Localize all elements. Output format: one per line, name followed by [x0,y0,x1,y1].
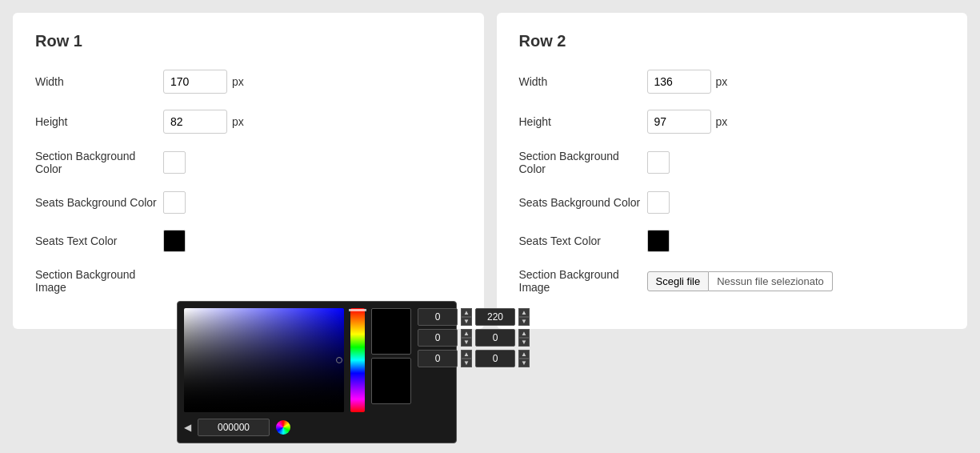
row2-file-text: Nessun file selezionato [709,271,833,291]
left-arrow-icon[interactable]: ◀ [184,422,191,433]
row2-width-label: Width [519,75,647,88]
g2-up-btn[interactable]: ▲ [518,329,530,338]
row1-seats-bg-swatch[interactable] [163,191,186,214]
row2-title: Row 2 [519,32,946,50]
row2-height-row: Height px [519,110,946,134]
row1-height-px: px [232,115,244,128]
r-spinner: ▲ ▼ [461,308,472,326]
g2-down-btn[interactable]: ▼ [518,338,530,347]
color-picker-popup: ▲ ▼ ▲ ▼ ▲ ▼ [177,301,457,443]
row1-seats-text-row: Seats Text Color [35,230,462,252]
r-down-btn[interactable]: ▼ [461,317,472,326]
row2-height-px: px [716,115,728,128]
color-wheel-icon[interactable] [276,420,290,435]
row1-height-input[interactable] [163,110,227,134]
hue-bar[interactable] [350,308,365,412]
row2-seats-text-label: Seats Text Color [519,235,647,247]
row2-seats-text-row: Seats Text Color [519,230,946,252]
g-down-btn[interactable]: ▼ [461,338,472,347]
row1-section-image-label: Section Background Image [35,268,163,294]
saturation-cursor [336,357,342,363]
row2-seats-bg-swatch[interactable] [647,191,670,214]
row1-seats-bg-label: Seats Background Color [35,196,163,209]
row2-width-input-group: px [647,70,728,94]
b-up-btn[interactable]: ▲ [461,350,472,359]
row1-section-bg-row: Section Background Color [35,150,462,175]
row1-title: Row 1 [35,32,462,50]
row2-width-px: px [716,75,728,88]
b-spinner: ▲ ▼ [461,350,472,367]
b-input[interactable] [418,350,458,367]
picker-bottom: ◀ [184,419,450,436]
row2-seats-text-swatch[interactable] [647,230,670,252]
b2-down-btn[interactable]: ▼ [518,359,530,367]
hex-input[interactable] [198,419,270,436]
r-up-btn[interactable]: ▲ [461,308,472,317]
saturation-box[interactable] [184,308,344,412]
row2-section-image-row: Section Background Image Scegli file Nes… [519,268,946,294]
row1-section-bg-label: Section Background Color [35,150,163,175]
r2-spinner: ▲ ▼ [518,308,530,326]
g-input[interactable] [418,329,458,347]
hue-cursor [349,309,366,311]
row1-seats-text-swatch[interactable] [163,230,186,252]
row1-width-label: Width [35,75,163,88]
row1-width-input[interactable] [163,70,227,94]
g-spinner: ▲ ▼ [461,329,472,347]
row1-section-bg-swatch[interactable] [163,151,186,174]
row1-width-row: Width px [35,70,462,94]
row2-height-label: Height [519,115,647,128]
b2-up-btn[interactable]: ▲ [518,350,530,359]
g-up-btn[interactable]: ▲ [461,329,472,338]
b2-spinner: ▲ ▼ [518,350,530,367]
row2-section-bg-label: Section Background Color [519,150,647,175]
picker-inputs: ▲ ▼ ▲ ▼ ▲ ▼ [418,308,530,412]
r-input-row: ▲ ▼ ▲ ▼ [418,308,530,326]
row2-section-bg-row: Section Background Color [519,150,946,175]
main-container: Row 1 Width px Height px Section Backgro… [13,13,967,329]
picker-top: ▲ ▼ ▲ ▼ ▲ ▼ [184,308,450,412]
row2-section-image-label: Section Background Image [519,268,647,294]
row1-height-row: Height px [35,110,462,134]
row2-seats-bg-row: Seats Background Color [519,191,946,214]
b-input-row: ▲ ▼ ▲ ▼ [418,350,530,367]
g2-spinner: ▲ ▼ [518,329,530,347]
row2-seats-bg-label: Seats Background Color [519,196,647,209]
row1-section-image-row: Section Background Image [35,268,462,294]
r2-up-btn[interactable]: ▲ [518,308,530,317]
row2-file-btn[interactable]: Scegli file [647,271,710,291]
picker-swatches [371,308,411,412]
row1-height-label: Height [35,115,163,128]
row2-card: Row 2 Width px Height px Section Backgro… [497,13,968,329]
b-down-btn[interactable]: ▼ [461,359,472,367]
row1-card: Row 1 Width px Height px Section Backgro… [13,13,484,329]
original-color-swatch[interactable] [371,358,411,404]
g-input-row: ▲ ▼ ▲ ▼ [418,329,530,347]
row2-height-input[interactable] [647,110,711,134]
row2-width-input[interactable] [647,70,711,94]
g2-input[interactable] [475,329,515,347]
row2-height-input-group: px [647,110,728,134]
row2-file-input-group: Scegli file Nessun file selezionato [647,271,833,291]
row1-width-input-group: px [163,70,244,94]
row1-seats-text-label: Seats Text Color [35,235,163,247]
row1-seats-bg-row: Seats Background Color [35,191,462,214]
r2-down-btn[interactable]: ▼ [518,317,530,326]
r2-input[interactable] [475,308,515,326]
row1-height-input-group: px [163,110,244,134]
row1-width-px: px [232,75,244,88]
row2-width-row: Width px [519,70,946,94]
current-color-swatch[interactable] [371,308,411,355]
row2-section-bg-swatch[interactable] [647,151,670,174]
b2-input[interactable] [475,350,515,367]
r-input[interactable] [418,308,458,326]
